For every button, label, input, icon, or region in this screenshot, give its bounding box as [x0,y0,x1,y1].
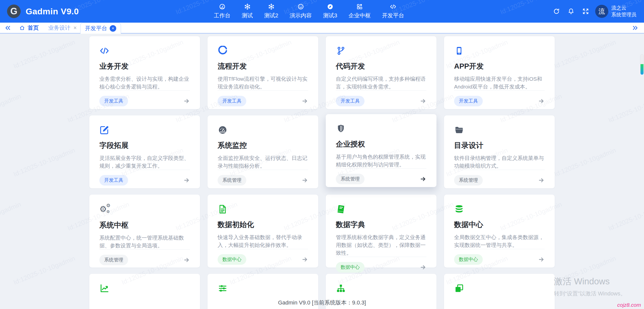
nav-item-测试3[interactable]: 测试3 [323,3,337,19]
sliders-icon [218,283,308,294]
code-icon [390,3,396,10]
module-card-目录设计[interactable]: 目录设计软件目录结构管理，自定义系统菜单与功能模块组织方式。系统管理 [444,115,555,188]
card-title: 代码开发 [336,61,426,71]
card-title: 系统中枢 [99,220,190,230]
database-icon [454,204,545,214]
close-icon[interactable]: × [110,25,116,32]
category-tag: 开发工具 [99,96,128,106]
card-title: 数据字典 [336,220,426,230]
edit-icon [99,125,190,135]
chevrons-left-icon[interactable] [5,25,11,31]
card-description: 基于用户与角色的权限管理系统，实现精细化权限控制与访问管理。 [336,153,426,168]
nav-item-测试[interactable]: 测试 [242,3,253,19]
module-card-流程开发[interactable]: 流程开发使用TfFlow流程引擎，可视化设计与实现业务流程自动化。开发工具 [208,36,318,109]
card-description: 自定义代码编写环境，支持多种编程语言，实现特殊业务需求。 [336,75,426,91]
scrollbar-thumb-gradient [640,64,643,75]
notifications-bell-icon[interactable] [568,8,575,15]
card-footer: 开发工具 [218,91,308,106]
module-card-系统中枢[interactable]: ⚙⚙⚙系统中枢系统配置中心，统一管理系统基础数据、参数设置与全局选项。系统管理 [89,195,200,268]
module-card-数据字典[interactable]: 数据字典管理系统标准化数据字典，定义业务通用数据（如状态、类型），保障数据一致性… [326,195,436,268]
module-card-数据中心[interactable]: 数据中心全局数据交互中心，集成各类数据源，实现数据统一管理与共享。数据中心 [444,195,555,268]
module-card-APP开发[interactable]: APP开发移动端应用快速开发平台，支持iOS和Android双平台，降低开发成本… [444,36,555,109]
card-description: 业务需求分析、设计与实现，构建企业核心核心业务逻辑与流程。 [99,75,190,91]
card-footer: 系统管理 [218,170,308,186]
user-role: 系统管理员 [611,11,636,18]
arrow-right-icon[interactable] [538,98,545,104]
module-card-字段拓展[interactable]: 字段拓展灵活拓展业务字段，自定义字段类型、规则，减少重复开发工作。开发工具 [89,115,200,188]
arrow-right-icon[interactable] [183,98,190,104]
category-tag: 数据中心 [218,254,246,265]
home-icon [19,25,25,31]
tab-dev-platform[interactable]: 开发平台 × [80,23,121,34]
card-footer: 系统管理 [99,249,190,265]
tab-home[interactable]: 首页 [14,23,44,33]
tab-label: 业务设计 [48,24,70,32]
card-footer: 系统管理 [454,170,545,186]
card-description: 软件目录结构管理，自定义系统菜单与功能模块组织方式。 [454,154,545,170]
nav-item-开发平台[interactable]: 开发平台 [382,3,404,19]
logo-letter: G [10,6,17,17]
tab-business-design[interactable]: 业务设计 × [44,23,80,33]
avatar: 流 [595,5,608,18]
nav-item-企业中枢[interactable]: 企业中枢 [349,3,371,19]
card-title: 数据中心 [454,220,545,230]
card-footer: 系统管理 [336,168,426,184]
nav-label: 工作台 [214,12,230,19]
arrow-right-icon[interactable] [420,176,426,182]
main-nav: 工作台测试测试2演示内容测试3企业中枢开发平台 [214,0,404,23]
arrow-right-icon[interactable] [302,98,308,104]
snowflake-icon [268,3,275,10]
chart-line-icon [99,283,190,294]
arrow-right-icon[interactable] [538,256,545,263]
module-card-grid: 业务开发业务需求分析、设计与实现，构建企业核心核心业务逻辑与流程。开发工具流程开… [89,36,555,309]
nav-item-工作台[interactable]: 工作台 [214,3,230,19]
nav-item-测试2[interactable]: 测试2 [264,3,278,19]
fullscreen-icon[interactable] [582,8,589,15]
corner-link: cojz8.com [617,302,641,308]
nav-label: 测试3 [323,12,337,19]
card-title: 系统监控 [218,141,308,151]
dashboard-icon [218,125,308,135]
module-card-数据初始化[interactable]: 数据初始化快速导入业务基础数据，替代手动录入，大幅提升初始化操作效率。数据中心 [208,195,318,268]
card-title: 企业授权 [336,139,426,149]
nav-label: 企业中枢 [349,12,371,19]
arrow-right-icon[interactable] [420,264,426,271]
module-card-企业授权[interactable]: 企业授权基于用户与角色的权限管理系统，实现精细化权限控制与访问管理。系统管理 [326,114,436,187]
scrollbar-thumb[interactable] [640,55,643,75]
card-description: 移动端应用快速开发平台，支持iOS和Android双平台，降低开发成本。 [454,75,545,91]
close-icon[interactable]: × [73,25,77,31]
module-card-系统监控[interactable]: 系统监控全面监控系统安全、运行状态、日志记录与性能指标分析。系统管理 [208,115,318,188]
category-tag: 开发工具 [99,175,128,186]
user-menu[interactable]: 流 流之云 系统管理员 [595,5,636,18]
nav-label: 测试2 [264,12,278,19]
arrow-right-icon[interactable] [302,177,308,184]
compass-icon [327,3,334,10]
category-tag: 开发工具 [218,96,246,106]
version-text: Gadmin V9.0 [当前系统版本：9.0.3] [0,299,644,306]
card-description: 灵活拓展业务字段，自定义字段类型、规则，减少重复开发工作。 [99,154,190,170]
card-footer: 开发工具 [99,91,190,106]
card-footer: 开发工具 [99,170,190,186]
arrow-right-icon[interactable] [302,256,308,263]
nav-label: 测试 [242,12,253,19]
app-logo: G [7,5,21,18]
module-card-代码开发[interactable]: 代码开发自定义代码编写环境，支持多种编程语言，实现特殊业务需求。开发工具 [326,36,436,109]
nav-item-演示内容[interactable]: 演示内容 [290,3,312,19]
card-title: 业务开发 [99,61,190,71]
tab-label: 首页 [28,24,39,32]
card-title: APP开发 [454,61,545,71]
tab-bar: 首页 业务设计 × 开发平台 × [0,23,644,34]
refresh-icon[interactable] [553,8,560,15]
arrow-right-icon[interactable] [420,98,426,104]
arrow-right-icon[interactable] [183,177,190,184]
card-description: 管理系统标准化数据字典，定义业务通用数据（如状态、类型），保障数据一致性。 [336,233,426,257]
arrow-right-icon[interactable] [183,257,190,263]
blocks-icon [356,3,363,10]
module-card-业务开发[interactable]: 业务开发业务需求分析、设计与实现，构建企业核心核心业务逻辑与流程。开发工具 [89,36,200,109]
arrow-right-icon[interactable] [538,177,545,184]
card-footer: 开发工具 [336,91,426,106]
chevrons-right-icon[interactable] [632,25,638,31]
category-tag: 开发工具 [336,96,365,106]
card-footer: 开发工具 [454,91,545,106]
card-description: 使用TfFlow流程引擎，可视化设计与实现业务流程自动化。 [218,75,308,91]
